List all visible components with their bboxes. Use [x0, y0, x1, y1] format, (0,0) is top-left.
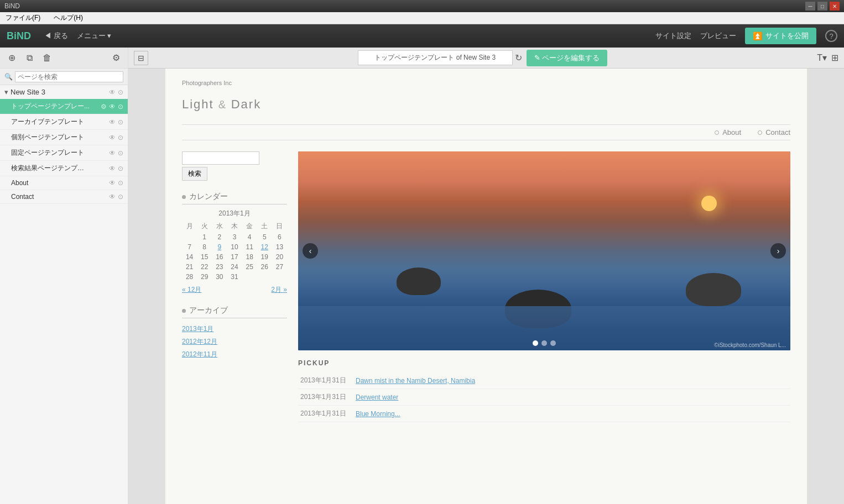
publish-icon: ⏫ — [753, 32, 762, 40]
back-button[interactable]: ◀ 戻る — [44, 31, 68, 41]
delete-page-button[interactable]: 🗑 — [40, 51, 54, 65]
page-label: 固定ページテンプレート — [11, 148, 109, 158]
page-label: Contact — [11, 193, 109, 201]
archive-list-item[interactable]: 2012年11月 — [182, 348, 287, 361]
nav-dot-icon — [758, 130, 762, 135]
slideshow-prev-button[interactable]: ‹ — [303, 243, 318, 259]
cal-prev-link[interactable]: « 12月 — [182, 285, 201, 295]
site-name-label: New Site 3 — [11, 88, 45, 96]
page-label: 検索結果ページテンプ… — [11, 164, 109, 173]
cal-day-cell: 31 — [227, 272, 242, 282]
settings-button[interactable]: ⚙ — [109, 51, 123, 65]
cal-next-link[interactable]: 2月 » — [271, 285, 287, 295]
circle-icon: ⊙ — [118, 165, 123, 172]
page-icons: 👁 ⊙ — [109, 118, 123, 126]
grid-button[interactable]: ⊞ — [831, 53, 838, 63]
cal-day-cell: 2 — [212, 232, 227, 242]
visibility-icon: 👁 — [109, 103, 116, 111]
cal-day-cell: 22 — [197, 262, 212, 272]
panel-toggle-button[interactable]: ⊟ — [134, 51, 148, 65]
sidebar-item-fixed-template[interactable]: 固定ページテンプレート 👁 ⊙ — [0, 145, 128, 161]
sidebar-item-search-template[interactable]: 検索結果ページテンプ… 👁 ⊙ — [0, 161, 128, 176]
cal-day-cell: 11 — [242, 242, 257, 252]
cal-day-cell[interactable]: 9 — [212, 242, 227, 252]
cal-day-cell — [182, 232, 197, 242]
pickup-section: PICKUP 2013年1月31日Dawn mist in the Namib … — [298, 359, 790, 422]
site-title-light: Light — [182, 97, 218, 111]
two-col-layout: 検索 カレンダー 2013年1月 — [182, 151, 790, 422]
copy-page-button[interactable]: ⧉ — [22, 51, 37, 65]
maximize-button[interactable]: □ — [817, 2, 827, 11]
pickup-table: 2013年1月31日Dawn mist in the Namib Desert,… — [298, 372, 790, 422]
tree-toggle: ▾ — [4, 88, 8, 96]
menu-dropdown-button[interactable]: メニュー ▾ — [77, 31, 112, 41]
cal-day-cell — [272, 272, 287, 282]
preview-button[interactable]: プレビュー — [700, 31, 736, 41]
cal-th-sun: 日 — [272, 221, 287, 232]
sidebar-item-contact[interactable]: Contact 👁 ⊙ — [0, 190, 128, 204]
cal-day-cell: 27 — [272, 262, 287, 272]
slide-dot-2[interactable] — [541, 340, 547, 346]
pickup-link[interactable]: Blue Morning... — [353, 406, 790, 422]
cal-day-cell: 13 — [272, 242, 287, 252]
site-settings-button[interactable]: サイト設定 — [655, 31, 691, 41]
sidebar-item-individual-template[interactable]: 個別ページテンプレート 👁 ⊙ — [0, 130, 128, 145]
edit-page-button[interactable]: ✎ ページを編集する — [527, 50, 608, 66]
site-search-button[interactable]: 検索 — [182, 167, 207, 181]
archive-list-item[interactable]: 2013年1月 — [182, 323, 287, 335]
sidebar-toolbar: ⊕ ⧉ 🗑 ⚙ — [0, 48, 128, 69]
font-button[interactable]: T▾ — [817, 53, 827, 63]
page-icons: 👁 ⊙ — [109, 165, 123, 172]
widget-dot-icon — [182, 309, 186, 313]
cal-th-fri: 金 — [242, 221, 257, 232]
cal-day-cell: 1 — [197, 232, 212, 242]
slideshow: ‹ › ©iStockphoto.com/Shaun L... — [298, 151, 790, 350]
settings-small-icon: ⊙ — [118, 88, 123, 96]
visibility-icon: 👁 — [109, 118, 116, 126]
archive-list-item[interactable]: 2012年12月 — [182, 335, 287, 348]
site-title: Light & Dark — [182, 90, 790, 113]
file-menu[interactable]: ファイル(F) — [3, 12, 43, 24]
cal-th-mon: 月 — [182, 221, 197, 232]
minimize-button[interactable]: ─ — [805, 2, 815, 11]
cal-day-cell[interactable]: 12 — [257, 242, 272, 252]
nav-contact[interactable]: Contact — [758, 128, 790, 136]
calendar-month-label: 2013年1月 — [182, 209, 287, 218]
slide-dot-3[interactable] — [550, 340, 556, 346]
pickup-link[interactable]: Derwent water — [353, 389, 790, 406]
help-menu[interactable]: ヘルプ(H) — [51, 12, 85, 24]
slide-dot-1[interactable] — [533, 340, 538, 346]
pickup-row: 2013年1月31日Blue Morning... — [298, 406, 790, 422]
search-widget: 検索 — [182, 151, 287, 181]
circle-icon: ⊙ — [118, 193, 123, 201]
pickup-link[interactable]: Dawn mist in the Namib Desert, Namibia — [353, 372, 790, 389]
help-button[interactable]: ? — [825, 30, 837, 42]
page-icons: 👁 ⊙ — [109, 149, 123, 157]
sidebar-item-top-template[interactable]: トップページテンプレー... ⚙ 👁 ⊙ — [0, 99, 128, 114]
cal-day-cell: 15 — [197, 252, 212, 262]
circle-icon: ⊙ — [118, 134, 123, 141]
slideshow-next-button[interactable]: › — [770, 243, 786, 259]
cal-th-sat: 土 — [257, 221, 272, 232]
cal-day-cell: 24 — [227, 262, 242, 272]
sidebar-item-archive-template[interactable]: アーカイブテンプレート 👁 ⊙ — [0, 114, 128, 130]
refresh-button[interactable]: ↻ — [515, 53, 522, 63]
circle-icon: ⊙ — [118, 103, 123, 111]
sidebar-item-about[interactable]: About 👁 ⊙ — [0, 176, 128, 190]
search-input[interactable] — [15, 71, 123, 82]
nav-about[interactable]: About — [715, 128, 741, 136]
content-area: ⊟ トップページテンプレート of New Site 3 ↻ ✎ ページを編集す… — [128, 48, 844, 504]
circle-icon: ⊙ — [118, 118, 123, 126]
publish-button[interactable]: ⏫ サイトを公開 — [745, 28, 816, 44]
site-tree-node[interactable]: ▾ New Site 3 👁 ⊙ — [0, 85, 128, 99]
left-column: 検索 カレンダー 2013年1月 — [182, 151, 287, 422]
gear-icon: ⚙ — [101, 103, 107, 111]
cal-day-cell: 7 — [182, 242, 197, 252]
site-search-input[interactable] — [182, 151, 259, 165]
calendar-nav: « 12月 2月 » — [182, 285, 287, 295]
url-bar: トップページテンプレート of New Site 3 ↻ ✎ ページを編集する — [153, 50, 812, 66]
close-button[interactable]: ✕ — [830, 2, 840, 11]
preview-area[interactable]: Photographers Inc Light & Dark About — [128, 69, 844, 504]
pickup-date: 2013年1月31日 — [298, 406, 353, 422]
add-page-button[interactable]: ⊕ — [4, 51, 19, 65]
